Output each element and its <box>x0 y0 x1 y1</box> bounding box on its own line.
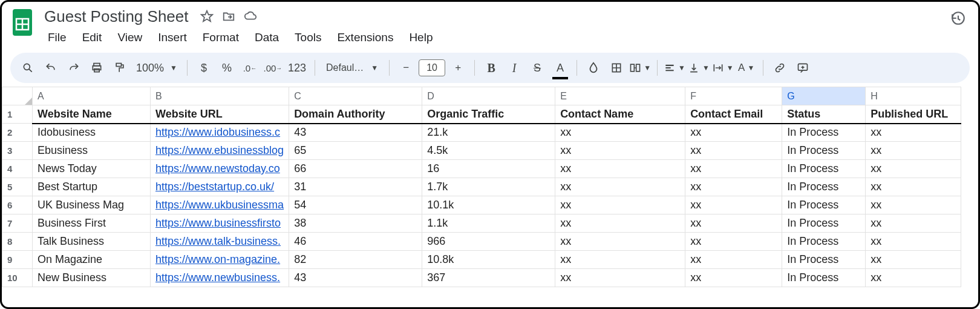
header-cell[interactable]: Website URL <box>151 105 289 124</box>
header-cell[interactable]: Organic Traffic <box>422 105 555 124</box>
menu-format[interactable]: Format <box>195 28 246 47</box>
row-header-8[interactable]: 8 <box>2 233 33 251</box>
undo-icon[interactable] <box>41 58 61 78</box>
column-header-C[interactable]: C <box>289 87 422 105</box>
cell[interactable]: 10.1k <box>422 196 555 214</box>
vertical-align-button[interactable]: ▼ <box>688 58 710 78</box>
cell[interactable]: xx <box>866 178 961 196</box>
strikethrough-button[interactable]: S <box>527 58 547 78</box>
horizontal-align-button[interactable]: ▼ <box>664 58 685 78</box>
text-color-button[interactable]: A <box>550 58 570 78</box>
cell[interactable]: https://beststartup.co.uk/ <box>151 178 289 196</box>
menu-help[interactable]: Help <box>402 28 440 47</box>
cell[interactable]: 4.5k <box>422 142 555 160</box>
paint-format-icon[interactable] <box>109 58 130 78</box>
borders-button[interactable] <box>606 58 627 78</box>
cell[interactable]: 66 <box>289 160 422 178</box>
cell[interactable]: xx <box>555 233 685 251</box>
cell[interactable]: https://www.talk-business. <box>151 233 289 251</box>
cell[interactable]: Idobusiness <box>33 124 151 142</box>
cell[interactable]: In Process <box>782 124 866 142</box>
font-size-decrease[interactable]: − <box>396 58 416 78</box>
cell[interactable]: xx <box>866 214 961 233</box>
cell[interactable]: xx <box>555 251 685 269</box>
cell[interactable]: 46 <box>289 233 422 251</box>
cell[interactable]: In Process <box>782 269 866 287</box>
cell[interactable]: xx <box>555 196 685 214</box>
cell[interactable]: xx <box>685 214 782 233</box>
cell[interactable]: New Business <box>33 269 151 287</box>
star-icon[interactable] <box>200 10 214 23</box>
cell[interactable]: News Today <box>33 160 151 178</box>
cell[interactable]: In Process <box>782 178 866 196</box>
menu-insert[interactable]: Insert <box>151 28 194 47</box>
cell[interactable]: UK Business Mag <box>33 196 151 214</box>
menu-edit[interactable]: Edit <box>75 28 109 47</box>
cell[interactable]: xx <box>555 214 685 233</box>
menu-file[interactable]: File <box>41 28 74 47</box>
cell[interactable]: xx <box>685 142 782 160</box>
cell[interactable]: 43 <box>289 269 422 287</box>
insert-comment-button[interactable] <box>792 58 813 78</box>
row-header-3[interactable]: 3 <box>2 142 33 160</box>
cell[interactable]: 65 <box>289 142 422 160</box>
menu-extensions[interactable]: Extensions <box>330 28 400 47</box>
header-cell[interactable]: Contact Name <box>555 105 685 124</box>
bold-button[interactable]: B <box>481 58 501 78</box>
row-header-6[interactable]: 6 <box>2 196 33 214</box>
column-header-H[interactable]: H <box>866 87 961 105</box>
cell[interactable]: xx <box>555 269 685 287</box>
cell[interactable]: Talk Business <box>33 233 151 251</box>
cell[interactable]: xx <box>555 142 685 160</box>
spreadsheet-grid[interactable]: ABCDEFGH1Website NameWebsite URLDomain A… <box>2 87 978 287</box>
cell[interactable]: Business First <box>33 214 151 233</box>
cell[interactable]: xx <box>866 233 961 251</box>
cell[interactable]: Best Startup <box>33 178 151 196</box>
history-icon[interactable] <box>950 10 966 26</box>
cell[interactable]: xx <box>555 178 685 196</box>
cell[interactable]: In Process <box>782 214 866 233</box>
menu-data[interactable]: Data <box>247 28 286 47</box>
cell[interactable]: 82 <box>289 251 422 269</box>
cell[interactable]: 10.8k <box>422 251 555 269</box>
cell[interactable]: https://www.ebusinessblog <box>151 142 289 160</box>
font-size-input[interactable]: 10 <box>419 59 445 76</box>
cell[interactable]: xx <box>555 160 685 178</box>
cell[interactable]: 367 <box>422 269 555 287</box>
cell[interactable]: 43 <box>289 124 422 142</box>
header-cell[interactable]: Domain Authority <box>289 105 422 124</box>
header-cell[interactable]: Status <box>782 105 866 124</box>
decrease-decimal-button[interactable]: .0← <box>240 58 260 78</box>
cell[interactable]: In Process <box>782 142 866 160</box>
cell[interactable]: xx <box>866 142 961 160</box>
cell[interactable]: https://www.on-magazine. <box>151 251 289 269</box>
cell[interactable]: https://www.idobusiness.c <box>151 124 289 142</box>
menu-tools[interactable]: Tools <box>287 28 328 47</box>
cell[interactable]: On Magazine <box>33 251 151 269</box>
row-header-1[interactable]: 1 <box>2 105 33 124</box>
cell[interactable]: In Process <box>782 251 866 269</box>
cell[interactable]: xx <box>555 124 685 142</box>
cell[interactable]: xx <box>866 269 961 287</box>
cell[interactable]: 16 <box>422 160 555 178</box>
cell[interactable]: xx <box>866 160 961 178</box>
column-header-D[interactable]: D <box>422 87 555 105</box>
cell[interactable]: xx <box>685 160 782 178</box>
search-icon[interactable] <box>18 58 38 78</box>
cell[interactable]: 21.k <box>422 124 555 142</box>
cell[interactable]: 1.7k <box>422 178 555 196</box>
cell[interactable]: xx <box>685 196 782 214</box>
cell[interactable]: xx <box>685 269 782 287</box>
cell[interactable]: 31 <box>289 178 422 196</box>
sheets-logo[interactable] <box>10 7 34 38</box>
cell[interactable]: xx <box>685 124 782 142</box>
percent-button[interactable]: % <box>217 58 237 78</box>
currency-button[interactable]: $ <box>194 58 214 78</box>
column-header-F[interactable]: F <box>685 87 782 105</box>
italic-button[interactable]: I <box>504 58 524 78</box>
row-header-7[interactable]: 7 <box>2 214 33 233</box>
row-header-2[interactable]: 2 <box>2 124 33 142</box>
cell[interactable]: https://www.businessfirsto <box>151 214 289 233</box>
header-cell[interactable]: Website Name <box>33 105 151 124</box>
print-icon[interactable] <box>87 58 107 78</box>
